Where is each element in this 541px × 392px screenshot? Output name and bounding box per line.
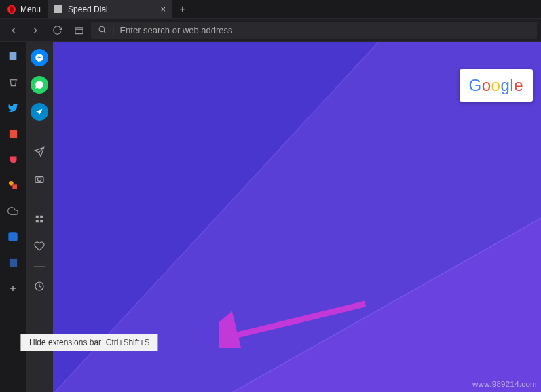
svg-point-15 [37,178,41,181]
camera-icon[interactable] [31,170,48,188]
address-bar[interactable]: | Enter search or web address [91,22,537,39]
tab-speed-dial[interactable]: Speed Dial × [48,0,173,18]
home-button[interactable] [69,21,88,40]
word-ext-icon[interactable] [7,256,19,269]
speed-dial-tile-google[interactable]: Google [460,69,533,102]
speed-dial-icon [54,5,62,14]
divider-icon: | [112,25,114,35]
tab-title: Speed Dial [68,5,108,14]
close-tab-icon[interactable]: × [160,4,166,14]
trash-ext-icon[interactable] [7,76,19,88]
heart-icon[interactable] [31,237,48,255]
grammarly-ext-icon[interactable] [7,231,19,243]
svg-rect-11 [9,258,16,266]
send-icon[interactable] [31,143,48,161]
svg-point-1 [10,5,14,13]
address-bar-placeholder: Enter search or web address [119,25,232,35]
svg-rect-6 [10,52,17,60]
sidebar-separator [34,199,45,199]
tooltip-shortcut: Ctrl+Shift+S [106,338,150,347]
messenger-icon[interactable] [31,49,48,66]
hide-extensions-tooltip: Hide extensions bar Ctrl+Shift+S [20,334,158,351]
apps-icon[interactable] [31,210,48,228]
forward-button[interactable] [26,21,45,40]
new-tab-button[interactable]: + [173,0,192,18]
toolbar: | Enter search or web address [0,19,541,42]
back-button[interactable] [4,21,23,40]
svg-rect-9 [12,184,17,189]
svg-rect-7 [9,130,16,137]
svg-rect-19 [40,220,43,222]
sidebar-separator [34,266,45,267]
history-icon[interactable] [31,277,48,295]
twitter-ext-icon[interactable] [7,102,19,114]
office-ext-icon[interactable] [7,128,19,140]
svg-rect-17 [40,216,43,218]
reload-button[interactable] [48,21,67,40]
opera-logo-icon [7,5,16,14]
svg-rect-18 [36,220,39,222]
watermark: www.989214.com [472,380,537,388]
svg-rect-2 [75,28,82,34]
bookmark-ext-icon[interactable] [7,50,19,62]
cloud-ext-icon[interactable] [7,205,19,217]
svg-point-4 [99,26,105,32]
tab-bar: Menu Speed Dial × + [0,0,541,19]
menu-button[interactable]: Menu [0,0,48,18]
tooltip-text: Hide extensions bar [29,338,101,347]
whatsapp-icon[interactable] [31,76,48,94]
svg-rect-10 [8,232,17,241]
search-icon [98,25,107,36]
pocket-ext-icon[interactable] [7,153,19,165]
menu-label: Menu [20,5,41,14]
shapes-ext-icon[interactable] [7,179,19,191]
sidebar-separator [34,132,45,132]
svg-line-5 [104,31,105,33]
add-ext-icon[interactable] [7,282,19,294]
svg-rect-16 [36,216,39,218]
telegram-icon[interactable] [31,103,48,121]
